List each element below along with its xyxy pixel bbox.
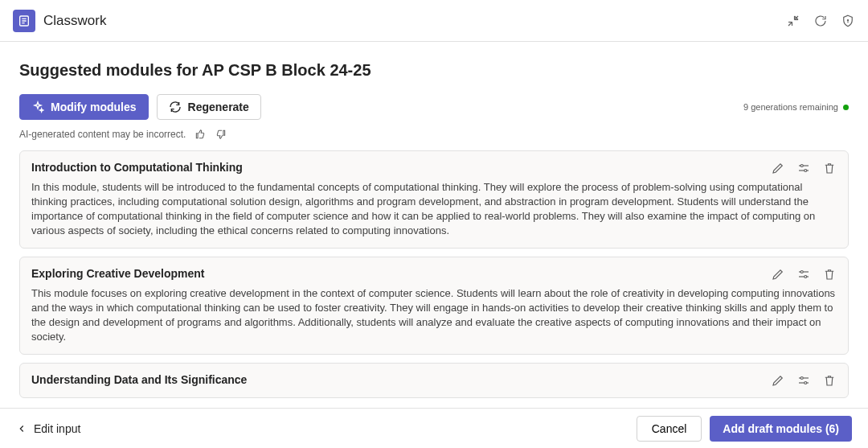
- svg-point-10: [805, 275, 807, 277]
- app-title: Classwork: [43, 13, 106, 29]
- settings-sliders-icon[interactable]: [796, 267, 811, 282]
- svg-point-14: [805, 381, 807, 384]
- edit-icon[interactable]: [771, 161, 785, 175]
- module-actions: [771, 267, 837, 282]
- regenerate-icon: [169, 101, 182, 113]
- actions-row: Modify modules Regenerate 9 generations …: [19, 94, 849, 120]
- module-header: Exploring Creative Development: [31, 267, 837, 282]
- module-description: This module focuses on exploring creativ…: [31, 286, 837, 344]
- shield-icon[interactable]: [841, 14, 855, 28]
- app-header: Classwork: [0, 0, 868, 42]
- regenerate-label: Regenerate: [188, 101, 249, 113]
- module-card: Exploring Creative Development This modu…: [19, 257, 849, 355]
- modules-list: Introduction to Computational Thinking I…: [19, 150, 849, 401]
- svg-point-8: [800, 270, 803, 273]
- chevron-left-icon: [16, 423, 27, 434]
- edit-input-label: Edit input: [34, 422, 80, 435]
- cancel-button[interactable]: Cancel: [637, 416, 702, 442]
- module-card: Understanding Data and Its Significance: [19, 363, 849, 398]
- classwork-app-icon: [13, 10, 35, 32]
- footer-right: Cancel Add draft modules (6): [637, 416, 852, 442]
- generations-remaining-text: 9 generations remaining: [743, 102, 838, 112]
- sparkle-icon: [31, 101, 44, 113]
- add-draft-modules-button[interactable]: Add draft modules (6): [710, 416, 852, 442]
- refresh-icon[interactable]: [813, 14, 828, 28]
- svg-point-1: [847, 19, 848, 20]
- module-header: Introduction to Computational Thinking: [31, 161, 837, 175]
- header-right: [786, 14, 855, 28]
- module-title: Introduction to Computational Thinking: [31, 161, 243, 174]
- actions-left: Modify modules Regenerate: [19, 94, 261, 120]
- footer-bar: Edit input Cancel Add draft modules (6): [0, 408, 868, 448]
- delete-icon[interactable]: [822, 373, 837, 388]
- module-description: In this module, students will be introdu…: [31, 180, 837, 238]
- generations-remaining: 9 generations remaining: [743, 102, 849, 112]
- ai-disclaimer-text: AI-generated content may be incorrect.: [19, 129, 186, 140]
- edit-icon[interactable]: [771, 373, 785, 388]
- thumbs-down-icon[interactable]: [215, 128, 227, 141]
- status-dot-icon: [843, 105, 849, 110]
- svg-point-12: [800, 376, 803, 379]
- module-title: Understanding Data and Its Significance: [31, 373, 247, 386]
- restore-window-icon[interactable]: [786, 14, 800, 28]
- regenerate-button[interactable]: Regenerate: [157, 94, 261, 120]
- delete-icon[interactable]: [822, 161, 837, 175]
- edit-input-button[interactable]: Edit input: [16, 422, 80, 435]
- settings-sliders-icon[interactable]: [796, 373, 811, 388]
- edit-icon[interactable]: [771, 267, 785, 282]
- thumbs-up-icon[interactable]: [194, 128, 207, 141]
- module-actions: [771, 161, 837, 175]
- delete-icon[interactable]: [822, 267, 837, 282]
- svg-point-4: [800, 165, 803, 167]
- settings-sliders-icon[interactable]: [796, 161, 811, 175]
- module-actions: [771, 373, 837, 388]
- modify-modules-label: Modify modules: [51, 101, 137, 113]
- page-title: Suggested modules for AP CSP B Block 24-…: [19, 61, 849, 80]
- modify-modules-button[interactable]: Modify modules: [19, 94, 149, 120]
- svg-point-6: [805, 170, 807, 172]
- module-header: Understanding Data and Its Significance: [31, 373, 837, 388]
- module-card: Introduction to Computational Thinking I…: [19, 150, 849, 249]
- module-title: Exploring Creative Development: [31, 267, 205, 280]
- ai-disclaimer-row: AI-generated content may be incorrect.: [19, 128, 849, 141]
- main-content: Suggested modules for AP CSP B Block 24-…: [0, 42, 868, 408]
- header-left: Classwork: [13, 10, 106, 32]
